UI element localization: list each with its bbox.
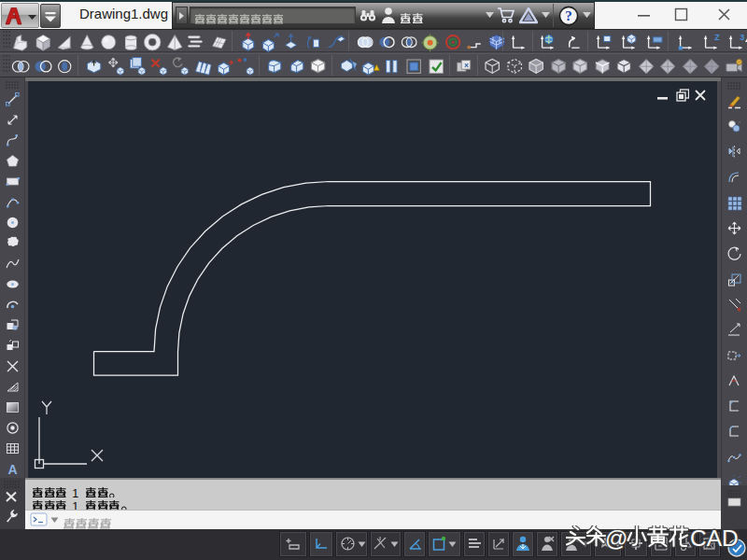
svg-text:@: @ [605, 525, 627, 550]
svg-text:?: ? [565, 8, 572, 23]
svg-text:Z: Z [714, 33, 720, 42]
svg-text:A: A [7, 462, 17, 477]
svg-text:CAD: CAD [690, 525, 739, 550]
